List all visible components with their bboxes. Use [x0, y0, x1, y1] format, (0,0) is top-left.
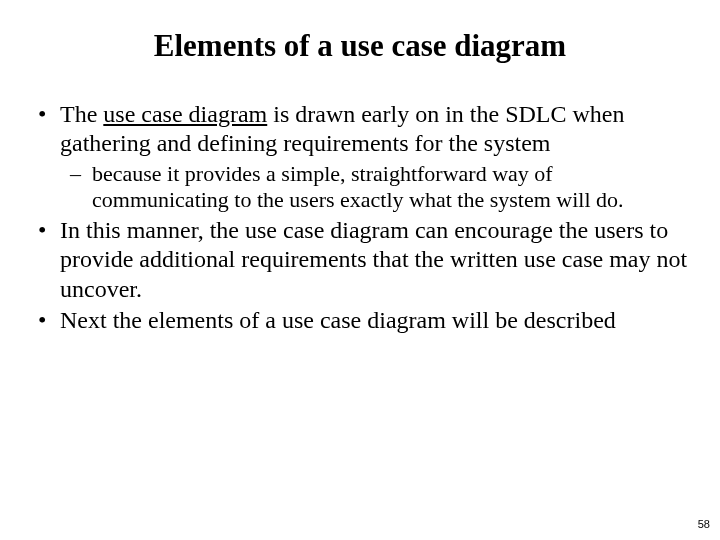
- bullet-text-pre: The: [60, 101, 103, 127]
- slide-body: The use case diagram is drawn early on i…: [30, 100, 690, 335]
- bullet-item: The use case diagram is drawn early on i…: [30, 100, 690, 159]
- bullet-item: In this manner, the use case diagram can…: [30, 216, 690, 304]
- bullet-text-underlined: use case diagram: [103, 101, 267, 127]
- slide-title: Elements of a use case diagram: [30, 28, 690, 64]
- sub-bullet-item: because it provides a simple, straightfo…: [30, 161, 690, 215]
- page-number: 58: [698, 518, 710, 530]
- bullet-item: Next the elements of a use case diagram …: [30, 306, 690, 335]
